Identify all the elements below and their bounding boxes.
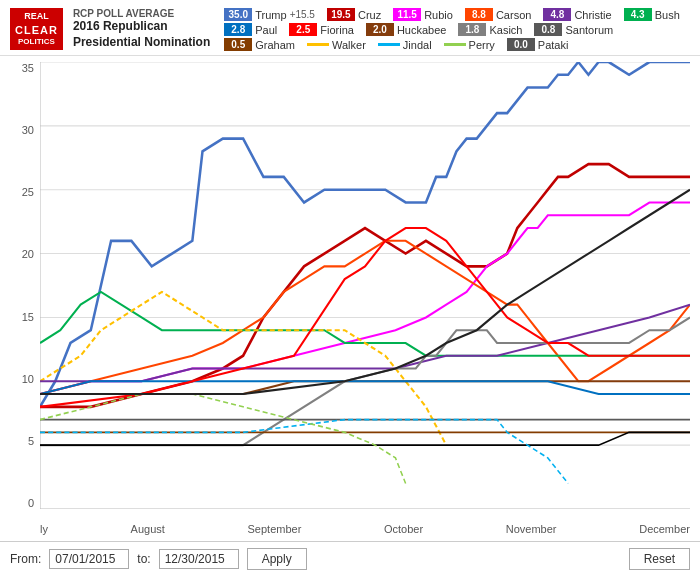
- jindal-line: [40, 420, 568, 484]
- x-october: October: [384, 523, 423, 535]
- graham-badge: 0.5: [224, 38, 252, 51]
- perry-line: [40, 394, 406, 483]
- footer: From: to: Apply Reset: [0, 541, 700, 576]
- legend-cruz: 19.5 Cruz: [327, 8, 381, 21]
- christie-badge: 4.8: [543, 8, 571, 21]
- bush-line: [40, 292, 690, 356]
- carson-label: Carson: [496, 9, 531, 21]
- y-axis: 35 30 25 20 15 10 5 0: [0, 62, 38, 509]
- huckabee-label: Huckabee: [397, 24, 447, 36]
- legend-christie: 4.8 Christie: [543, 8, 611, 21]
- cruz-badge: 19.5: [327, 8, 355, 21]
- bush-badge: 4.3: [624, 8, 652, 21]
- x-july: ly: [40, 523, 48, 535]
- x-axis: ly August September October November Dec…: [40, 523, 690, 535]
- y-25: 25: [22, 186, 34, 198]
- cruz-label: Cruz: [358, 9, 381, 21]
- pataki-badge: 0.0: [507, 38, 535, 51]
- legend-santorum: 0.8 Santorum: [534, 23, 613, 36]
- trump-label: Trump: [255, 9, 286, 21]
- legend-graham: 0.5 Graham: [224, 38, 295, 51]
- rubio-label: Rubio: [424, 9, 453, 21]
- from-date-input[interactable]: [49, 549, 129, 569]
- title-section: RCP POLL AVERAGE 2016 RepublicanPresiden…: [73, 8, 210, 50]
- y-30: 30: [22, 124, 34, 136]
- jindal-label: Jindal: [403, 39, 432, 51]
- logo-line2: CLEAR: [15, 23, 58, 37]
- jindal-dash: [378, 43, 400, 46]
- christie-label: Christie: [574, 9, 611, 21]
- paul-badge: 2.8: [224, 23, 252, 36]
- huckabee-badge: 2.0: [366, 23, 394, 36]
- logo-line1: REAL: [15, 11, 58, 23]
- apply-button[interactable]: Apply: [247, 548, 307, 570]
- legend-jindal: Jindal: [378, 38, 432, 51]
- header: REAL CLEAR POLITICS RCP POLL AVERAGE 201…: [0, 0, 700, 56]
- legend-kasich: 1.8 Kasich: [458, 23, 522, 36]
- kasich-badge: 1.8: [458, 23, 486, 36]
- chart-area: 35 30 25 20 15 10 5 0: [0, 56, 700, 541]
- legend-huckabee: 2.0 Huckabee: [366, 23, 447, 36]
- y-15: 15: [22, 311, 34, 323]
- legend-pataki: 0.0 Pataki: [507, 38, 569, 51]
- legend-fiorina: 2.5 Fiorina: [289, 23, 354, 36]
- x-august: August: [131, 523, 165, 535]
- logo: REAL CLEAR POLITICS: [10, 8, 63, 50]
- to-label: to:: [137, 552, 150, 566]
- santorum-badge: 0.8: [534, 23, 562, 36]
- legend-bush: 4.3 Bush: [624, 8, 680, 21]
- pataki-label: Pataki: [538, 39, 569, 51]
- pataki-line: [40, 432, 690, 445]
- y-5: 5: [28, 435, 34, 447]
- walker-label: Walker: [332, 39, 366, 51]
- paul-label: Paul: [255, 24, 277, 36]
- perry-label: Perry: [469, 39, 495, 51]
- bush-label: Bush: [655, 9, 680, 21]
- y-20: 20: [22, 248, 34, 260]
- y-35: 35: [22, 62, 34, 74]
- trump-badge: 35.0: [224, 8, 252, 21]
- trump-change: +15.5: [290, 9, 315, 20]
- legend-walker: Walker: [307, 38, 366, 51]
- santorum-label: Santorum: [565, 24, 613, 36]
- carson-badge: 8.8: [465, 8, 493, 21]
- legend-perry: Perry: [444, 38, 495, 51]
- fiorina-badge: 2.5: [289, 23, 317, 36]
- legend-carson: 8.8 Carson: [465, 8, 531, 21]
- reset-button[interactable]: Reset: [629, 548, 690, 570]
- logo-line3: POLITICS: [15, 37, 58, 47]
- legend: 35.0 Trump +15.5 19.5 Cruz 11.5 Rubio 8.…: [224, 8, 690, 51]
- legend-trump: 35.0 Trump +15.5: [224, 8, 315, 21]
- perry-dash: [444, 43, 466, 46]
- chart-title: 2016 RepublicanPresidential Nomination: [73, 19, 210, 50]
- fiorina-label: Fiorina: [320, 24, 354, 36]
- x-december: December: [639, 523, 690, 535]
- to-date-input[interactable]: [159, 549, 239, 569]
- y-0: 0: [28, 497, 34, 509]
- graham-label: Graham: [255, 39, 295, 51]
- rubio-badge: 11.5: [393, 8, 421, 21]
- chart-svg: [40, 62, 690, 509]
- x-september: September: [248, 523, 302, 535]
- from-label: From:: [10, 552, 41, 566]
- legend-paul: 2.8 Paul: [224, 23, 277, 36]
- rubio-line: [40, 202, 690, 394]
- y-10: 10: [22, 373, 34, 385]
- walker-dash: [307, 43, 329, 46]
- black-line: [40, 190, 690, 394]
- rcp-label: RCP POLL AVERAGE: [73, 8, 210, 19]
- legend-rubio: 11.5 Rubio: [393, 8, 453, 21]
- main-container: REAL CLEAR POLITICS RCP POLL AVERAGE 201…: [0, 0, 700, 576]
- kasich-label: Kasich: [489, 24, 522, 36]
- paul-line: [40, 381, 690, 394]
- x-november: November: [506, 523, 557, 535]
